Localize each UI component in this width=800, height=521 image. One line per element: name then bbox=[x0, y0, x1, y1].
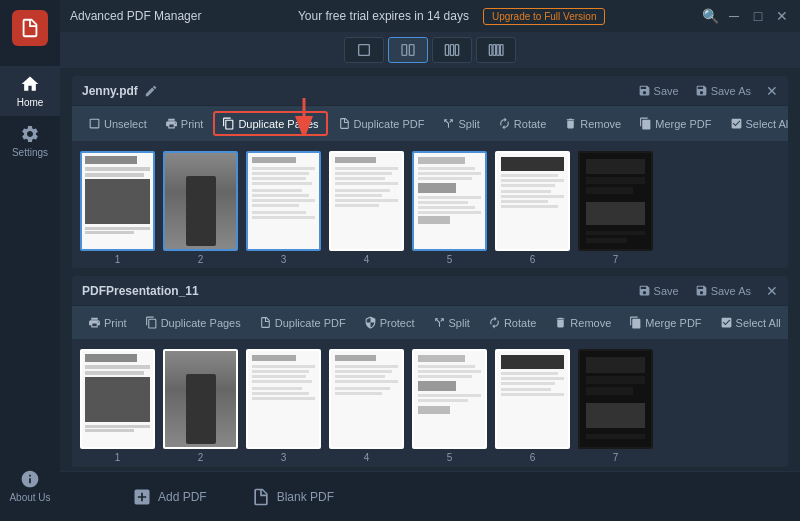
pdf2-page-4-img[interactable] bbox=[329, 349, 404, 449]
tab-grid2[interactable] bbox=[388, 37, 428, 63]
sidebar-item-about[interactable]: About Us bbox=[0, 461, 60, 511]
pdf2-page-6-img[interactable] bbox=[495, 349, 570, 449]
edit-icon[interactable] bbox=[144, 84, 158, 98]
pdf2-page-1[interactable]: 1 bbox=[80, 349, 155, 463]
pdf2-page-6[interactable]: 6 bbox=[495, 349, 570, 463]
sidebar-label-home: Home bbox=[17, 97, 44, 108]
pdf2-protect-btn[interactable]: Protect bbox=[356, 311, 423, 334]
pdf2-page-4[interactable]: 4 bbox=[329, 349, 404, 463]
pdf1-page-6-img[interactable] bbox=[495, 151, 570, 251]
add-pdf-label: Add PDF bbox=[158, 490, 207, 504]
pdf1-selectall-btn[interactable]: Select All bbox=[722, 112, 789, 135]
tab-grid4[interactable] bbox=[476, 37, 516, 63]
pdf1-saveas-label: Save As bbox=[711, 85, 751, 97]
svg-rect-4 bbox=[450, 45, 453, 56]
pdf1-rotate-btn[interactable]: Rotate bbox=[490, 112, 554, 135]
view-tabbar bbox=[60, 32, 800, 68]
pdf2-page-3-img[interactable] bbox=[246, 349, 321, 449]
pdf2-page-7[interactable]: 7 bbox=[578, 349, 653, 463]
pdf2-pagenum-7: 7 bbox=[613, 452, 619, 463]
content-area: Jenny.pdf Save Save As ✕ bbox=[60, 68, 800, 471]
pdf2-page-5[interactable]: 5 bbox=[412, 349, 487, 463]
pdf1-page-6[interactable]: 6 bbox=[495, 151, 570, 265]
pdf1-unselect-btn[interactable]: Unselect bbox=[80, 112, 155, 135]
pdf1-header: Jenny.pdf Save Save As ✕ bbox=[72, 76, 788, 106]
pdf1-page-2-img[interactable] bbox=[163, 151, 238, 251]
pdf2-print-btn[interactable]: Print bbox=[80, 311, 135, 334]
blank-pdf-label: Blank PDF bbox=[277, 490, 334, 504]
pdf1-page-3-img[interactable] bbox=[246, 151, 321, 251]
svg-rect-2 bbox=[409, 45, 414, 56]
blank-pdf-btn[interactable]: Blank PDF bbox=[239, 481, 346, 513]
pdf1-pagenum-4: 4 bbox=[364, 254, 370, 265]
pdf2-pages-grid: 1 2 bbox=[72, 339, 788, 467]
pdf2-page-3[interactable]: 3 bbox=[246, 349, 321, 463]
pdf1-page-4[interactable]: 4 bbox=[329, 151, 404, 265]
tab-single[interactable] bbox=[344, 37, 384, 63]
pdf2-duplicate-pdf-btn[interactable]: Duplicate PDF bbox=[251, 311, 354, 334]
pdf1-pagenum-3: 3 bbox=[281, 254, 287, 265]
pdf2-remove-btn[interactable]: Remove bbox=[546, 311, 619, 334]
pdf1-pagenum-5: 5 bbox=[447, 254, 453, 265]
upgrade-button[interactable]: Upgrade to Full Version bbox=[483, 8, 606, 25]
pdf2-saveas-label: Save As bbox=[711, 285, 751, 297]
pdf2-page-7-img[interactable] bbox=[578, 349, 653, 449]
pdf2-split-btn[interactable]: Split bbox=[425, 311, 478, 334]
pdf1-remove-btn[interactable]: Remove bbox=[556, 112, 629, 135]
pdf1-pagenum-6: 6 bbox=[530, 254, 536, 265]
pdf2-header: PDFPresentation_11 Save Save As ✕ bbox=[72, 276, 788, 306]
pdf2-save-label: Save bbox=[654, 285, 679, 297]
pdf2-saveas-btn[interactable]: Save As bbox=[690, 282, 756, 299]
main-area: Advanced PDF Manager Your free trial exp… bbox=[60, 0, 800, 521]
svg-rect-8 bbox=[497, 45, 500, 56]
pdf2-selectall-btn[interactable]: Select All bbox=[712, 311, 788, 334]
pdf1-print-btn[interactable]: Print bbox=[157, 112, 212, 135]
maximize-icon[interactable]: □ bbox=[750, 8, 766, 24]
pdf1-page-3[interactable]: 3 bbox=[246, 151, 321, 265]
pdf2-page-5-img[interactable] bbox=[412, 349, 487, 449]
pdf1-pages-grid: 1 2 bbox=[72, 141, 788, 268]
svg-rect-7 bbox=[493, 45, 496, 56]
pdf1-page-2[interactable]: 2 bbox=[163, 151, 238, 265]
pdf1-saveas-btn[interactable]: Save As bbox=[690, 82, 756, 99]
pdf1-toolbar: Unselect Print Duplicate Pages Duplicate… bbox=[72, 106, 788, 141]
tab-grid3[interactable] bbox=[432, 37, 472, 63]
pdf1-page-5-img[interactable] bbox=[412, 151, 487, 251]
sidebar: Home Settings About Us bbox=[0, 0, 60, 521]
pdf1-merge-btn[interactable]: Merge PDF bbox=[631, 112, 719, 135]
pdf1-page-1-img[interactable] bbox=[80, 151, 155, 251]
pdf2-merge-btn[interactable]: Merge PDF bbox=[621, 311, 709, 334]
pdf1-page-4-img[interactable] bbox=[329, 151, 404, 251]
pdf2-duplicate-pages-btn[interactable]: Duplicate Pages bbox=[137, 311, 249, 334]
pdf2-page-1-img[interactable] bbox=[80, 349, 155, 449]
pdf2-rotate-btn[interactable]: Rotate bbox=[480, 311, 544, 334]
svg-rect-0 bbox=[359, 45, 370, 56]
pdf1-duplicate-pdf-btn[interactable]: Duplicate PDF bbox=[330, 112, 433, 135]
search-icon[interactable]: 🔍 bbox=[702, 8, 718, 24]
pdf1-pagenum-2: 2 bbox=[198, 254, 204, 265]
pdf1-page-7[interactable]: 7 bbox=[578, 151, 653, 265]
pdf2-page-2-img[interactable] bbox=[163, 349, 238, 449]
sidebar-item-settings[interactable]: Settings bbox=[0, 116, 60, 166]
add-pdf-btn[interactable]: Add PDF bbox=[120, 481, 219, 513]
pdf2-close-btn[interactable]: ✕ bbox=[766, 283, 778, 299]
bottombar: Add PDF Blank PDF bbox=[60, 471, 800, 521]
pdf2-pagenum-2: 2 bbox=[198, 452, 204, 463]
sidebar-item-home[interactable]: Home bbox=[0, 66, 60, 116]
pdf2-save-btn[interactable]: Save bbox=[633, 282, 684, 299]
close-icon[interactable]: ✕ bbox=[774, 8, 790, 24]
pdf2-pagenum-3: 3 bbox=[281, 452, 287, 463]
app-title: Advanced PDF Manager bbox=[70, 9, 201, 23]
pdf1-duplicate-pages-btn[interactable]: Duplicate Pages bbox=[213, 111, 327, 136]
app-logo bbox=[12, 10, 48, 46]
arrow-container: Unselect Print Duplicate Pages Duplicate… bbox=[72, 106, 788, 141]
minimize-icon[interactable]: ─ bbox=[726, 8, 742, 24]
pdf1-page-1[interactable]: 1 bbox=[80, 151, 155, 265]
pdf2-page-2[interactable]: 2 bbox=[163, 349, 238, 463]
pdf1-page-5[interactable]: 5 bbox=[412, 151, 487, 265]
pdf1-split-btn[interactable]: Split bbox=[434, 112, 487, 135]
pdf1-close-btn[interactable]: ✕ bbox=[766, 83, 778, 99]
pdf1-save-btn[interactable]: Save bbox=[633, 82, 684, 99]
titlebar: Advanced PDF Manager Your free trial exp… bbox=[60, 0, 800, 32]
pdf1-page-7-img[interactable] bbox=[578, 151, 653, 251]
